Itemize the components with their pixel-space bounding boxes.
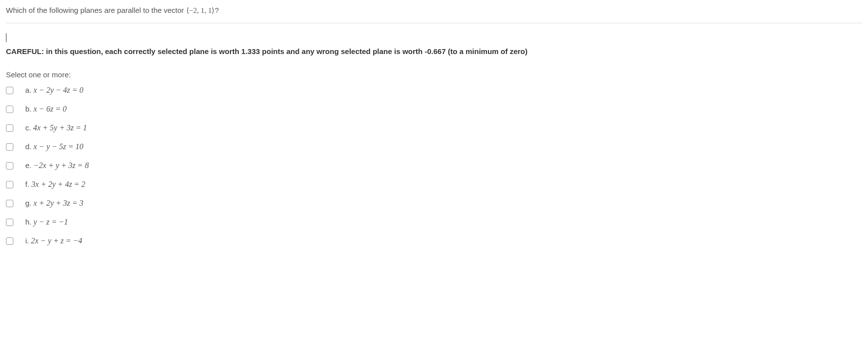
option-label-a[interactable]: a. x − 2y − 4z = 0 [25, 86, 83, 95]
option-label-h[interactable]: h. y − z = −1 [25, 218, 68, 227]
option-label-c[interactable]: c. 4x + 5y + 3z = 1 [25, 123, 87, 132]
option-a: a. x − 2y − 4z = 0 [6, 86, 862, 95]
option-d: d. x − y − 5z = 10 [6, 142, 862, 151]
option-i: i. 2x − y + z = −4 [6, 236, 862, 245]
option-label-i[interactable]: i. 2x − y + z = −4 [25, 236, 82, 245]
checkbox-g[interactable] [6, 200, 13, 207]
checkbox-i[interactable] [6, 237, 13, 245]
options-list: a. x − 2y − 4z = 0 b. x − 6z = 0 c. 4x +… [6, 86, 862, 245]
checkbox-c[interactable] [6, 124, 13, 132]
option-label-d[interactable]: d. x − y − 5z = 10 [25, 142, 83, 151]
option-g: g. x + 2y + 3z = 3 [6, 199, 862, 208]
select-prompt: Select one or more: [6, 70, 862, 79]
option-h: h. y − z = −1 [6, 218, 862, 227]
option-f: f. 3x + 2y + 4z = 2 [6, 180, 862, 189]
question-prefix: Which of the following planes are parall… [6, 6, 186, 14]
checkbox-a[interactable] [6, 87, 13, 94]
checkbox-d[interactable] [6, 143, 13, 151]
option-c: c. 4x + 5y + 3z = 1 [6, 123, 862, 132]
option-e: e. −2x + y + 3z = 8 [6, 161, 862, 170]
option-label-e[interactable]: e. −2x + y + 3z = 8 [25, 161, 89, 170]
checkbox-h[interactable] [6, 219, 13, 226]
option-label-b[interactable]: b. x − 6z = 0 [25, 105, 66, 114]
question-suffix: ? [215, 6, 219, 14]
question-vector: ⟨−2, 1, 1⟩ [186, 6, 215, 14]
checkbox-f[interactable] [6, 181, 13, 188]
option-b: b. x − 6z = 0 [6, 105, 862, 114]
option-label-g[interactable]: g. x + 2y + 3z = 3 [25, 199, 83, 208]
scoring-note: CAREFUL: in this question, each correctl… [6, 46, 862, 57]
text-cursor [6, 33, 6, 42]
question-text: Which of the following planes are parall… [6, 6, 862, 23]
checkbox-e[interactable] [6, 162, 13, 170]
checkbox-b[interactable] [6, 106, 13, 113]
option-label-f[interactable]: f. 3x + 2y + 4z = 2 [25, 180, 85, 189]
